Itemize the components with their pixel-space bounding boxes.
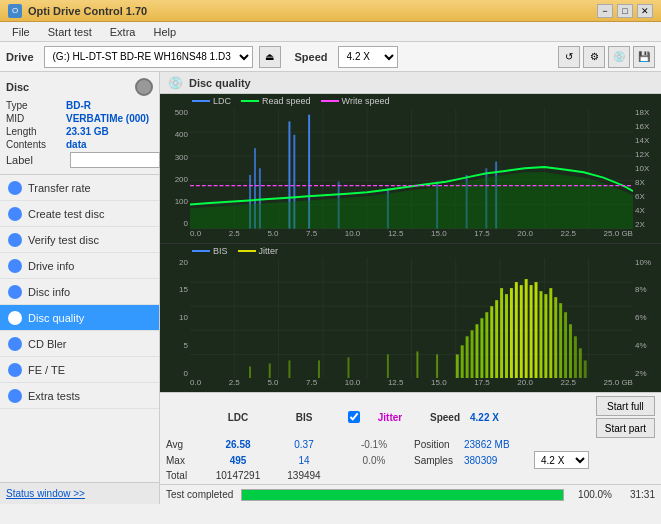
menu-start-test[interactable]: Start test — [40, 24, 100, 40]
avg-jitter: -0.1% — [334, 439, 414, 450]
start-part-button[interactable]: Start part — [596, 418, 655, 438]
menu-extra[interactable]: Extra — [102, 24, 144, 40]
top-x-0: 0.0 — [190, 229, 201, 243]
speed-val-display: 4.22 X — [470, 411, 596, 423]
disc-mid-row: MID VERBATIMe (000) — [6, 113, 153, 124]
total-ldc: 10147291 — [202, 470, 274, 481]
bot-x-100: 10.0 — [345, 378, 361, 392]
top-y-300: 300 — [175, 153, 188, 162]
svg-rect-56 — [525, 279, 528, 378]
disc-icon — [135, 78, 153, 96]
svg-rect-68 — [584, 360, 587, 378]
app-icon: O — [8, 4, 22, 18]
avg-row: Avg 26.58 0.37 -0.1% Position 23862 MB — [166, 439, 655, 450]
svg-rect-67 — [579, 348, 582, 378]
bot-yr-8: 8% — [635, 285, 647, 294]
jitter-legend: Jitter — [238, 246, 279, 256]
bis-legend: BIS — [192, 246, 228, 256]
sidebar-item-create-test-disc[interactable]: Create test disc — [0, 201, 159, 227]
status-window-link[interactable]: Status window >> — [0, 482, 159, 504]
sidebar-item-cd-bler[interactable]: CD Bler — [0, 331, 159, 357]
avg-bis: 0.37 — [274, 439, 334, 450]
bottom-chart-y-right: 10% 8% 6% 4% 2% — [633, 258, 661, 379]
stats-header-row: LDC BIS Jitter Speed 4.22 X Start full S… — [166, 396, 655, 438]
transfer-rate-label: Transfer rate — [28, 182, 91, 194]
bot-yr-4: 4% — [635, 341, 647, 350]
disc-length-value: 23.31 GB — [66, 126, 109, 137]
maximize-button[interactable]: □ — [617, 4, 633, 18]
svg-rect-60 — [544, 294, 547, 378]
main-area: Disc Type BD-R MID VERBATIMe (000) Lengt… — [0, 72, 661, 504]
svg-rect-74 — [387, 354, 389, 378]
sidebar-item-disc-info[interactable]: Disc info — [0, 279, 159, 305]
top-x-50: 5.0 — [267, 229, 278, 243]
disc-contents-label: Contents — [6, 139, 66, 150]
cd-bler-icon — [8, 337, 22, 351]
svg-rect-58 — [535, 282, 538, 378]
svg-rect-47 — [480, 318, 483, 378]
svg-rect-59 — [539, 291, 542, 378]
bot-x-0: 0.0 — [190, 378, 201, 392]
top-yr-12x: 12X — [635, 150, 649, 159]
disc-button[interactable]: 💿 — [608, 46, 630, 68]
bottom-chart-y-left: 20 15 10 5 0 — [160, 258, 190, 379]
drive-select[interactable]: (G:) HL-DT-ST BD-RE WH16NS48 1.D3 — [44, 46, 253, 68]
nav-items: Transfer rate Create test disc Verify te… — [0, 175, 159, 482]
start-full-button[interactable]: Start full — [596, 396, 655, 416]
top-yr-8x: 8X — [635, 178, 645, 187]
svg-rect-71 — [288, 360, 290, 378]
close-button[interactable]: ✕ — [637, 4, 653, 18]
svg-rect-51 — [500, 288, 503, 378]
refresh-button[interactable]: ↺ — [558, 46, 580, 68]
sidebar-item-drive-info[interactable]: Drive info — [0, 253, 159, 279]
top-yr-14x: 14X — [635, 136, 649, 145]
bot-yr-6: 6% — [635, 313, 647, 322]
speed-select[interactable]: 4.2 X — [338, 46, 398, 68]
menu-help[interactable]: Help — [145, 24, 184, 40]
disc-mid-label: MID — [6, 113, 66, 124]
sidebar-item-disc-quality[interactable]: Disc quality — [0, 305, 159, 331]
settings-button[interactable]: ⚙ — [583, 46, 605, 68]
svg-rect-73 — [348, 357, 350, 378]
sidebar-item-fe-te[interactable]: FE / TE — [0, 357, 159, 383]
write-speed-legend: Write speed — [321, 96, 390, 106]
disc-section: Disc Type BD-R MID VERBATIMe (000) Lengt… — [0, 72, 159, 175]
bottom-chart-legend: BIS Jitter — [192, 246, 278, 256]
top-chart: LDC Read speed Write speed 500 400 300 — [160, 94, 661, 244]
bot-x-175: 17.5 — [474, 378, 490, 392]
title-bar-left: O Opti Drive Control 1.70 — [8, 4, 147, 18]
speed-header: Speed — [420, 412, 470, 423]
top-x-75: 7.5 — [306, 229, 317, 243]
minimize-button[interactable]: − — [597, 4, 613, 18]
bis-header: BIS — [274, 412, 334, 423]
sidebar-item-verify-test-disc[interactable]: Verify test disc — [0, 227, 159, 253]
read-speed-legend-label: Read speed — [262, 96, 311, 106]
sidebar-item-transfer-rate[interactable]: Transfer rate — [0, 175, 159, 201]
disc-label-input[interactable] — [70, 152, 160, 168]
top-x-225: 22.5 — [560, 229, 576, 243]
bot-x-25: 2.5 — [229, 378, 240, 392]
top-x-100: 10.0 — [345, 229, 361, 243]
disc-label-row: Label 🔍 — [6, 152, 153, 168]
progress-bar-bg — [241, 489, 564, 501]
speed-select-small[interactable]: 4.2 X — [534, 451, 589, 469]
eject-button[interactable]: ⏏ — [259, 46, 281, 68]
jitter-checkbox[interactable] — [348, 411, 360, 423]
svg-rect-70 — [269, 363, 271, 378]
drive-info-icon — [8, 259, 22, 273]
status-text: Test completed — [166, 489, 233, 500]
sidebar-item-extra-tests[interactable]: Extra tests — [0, 383, 159, 409]
svg-rect-45 — [471, 330, 474, 378]
position-value: 23862 MB — [464, 439, 534, 450]
top-chart-y-left: 500 400 300 200 100 0 — [160, 108, 190, 229]
svg-rect-42 — [456, 354, 459, 378]
svg-rect-72 — [318, 360, 320, 378]
disc-quality-label: Disc quality — [28, 312, 84, 324]
save-button[interactable]: 💾 — [633, 46, 655, 68]
top-chart-legend: LDC Read speed Write speed — [192, 96, 389, 106]
bot-x-125: 12.5 — [388, 378, 404, 392]
menu-file[interactable]: File — [4, 24, 38, 40]
ldc-legend-label: LDC — [213, 96, 231, 106]
svg-rect-66 — [574, 336, 577, 378]
top-x-150: 15.0 — [431, 229, 447, 243]
